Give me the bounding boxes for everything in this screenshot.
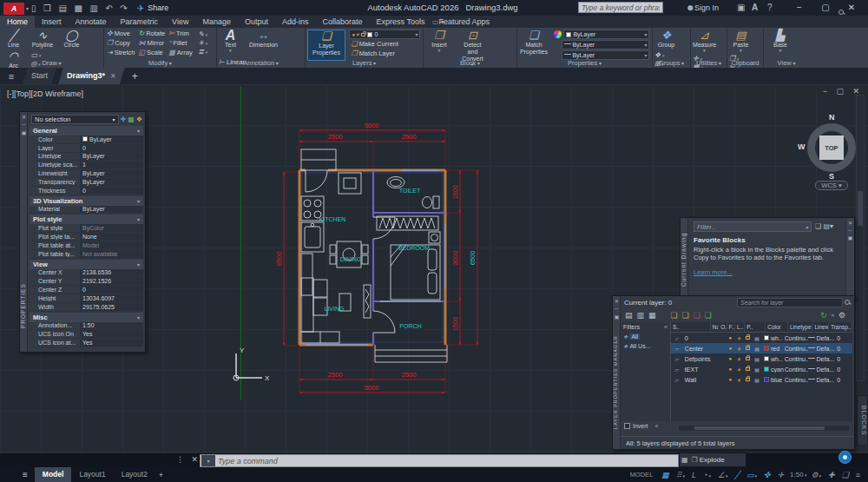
layer-name[interactable]: Center	[683, 346, 727, 352]
new-tab-icon[interactable]: +	[132, 70, 138, 83]
viewcube-top-face[interactable]: TOP	[819, 135, 844, 160]
property-row[interactable]: UCS icon at... Yes	[30, 339, 143, 347]
layer-row[interactable]: tEXT ● ☀ ▤ cyan Continu... Defa.	[671, 364, 852, 374]
filter-tree-node[interactable]: ❖All Us...	[623, 343, 667, 349]
wcs-dropdown[interactable]: WCS ▾	[815, 181, 848, 190]
column-header[interactable]: Linetype	[788, 322, 812, 332]
minimize-button[interactable]: −	[788, 3, 811, 12]
status-toggle-icon[interactable]: L	[689, 469, 699, 480]
layout-menu-icon[interactable]: ≡	[23, 470, 28, 479]
layer-color-cell[interactable]: wh..	[762, 356, 785, 362]
redo-icon[interactable]: ↷	[120, 3, 127, 13]
modify-tool-button[interactable]: ✜Move	[107, 30, 135, 39]
property-row[interactable]: Center X 2138.6536	[30, 269, 143, 278]
section-header[interactable]: Misc	[30, 313, 143, 322]
doc-restore-icon[interactable]: ▢	[836, 87, 844, 96]
set-current-icon[interactable]: ❏	[705, 311, 712, 320]
layer-transparency[interactable]: 0	[835, 335, 852, 341]
group-button[interactable]: ❖ Group	[654, 30, 678, 49]
plot-icon[interactable]: ▥	[89, 3, 97, 13]
ribbon-tab[interactable]: Parametric	[114, 16, 166, 28]
base-button[interactable]: ▙ Base	[766, 30, 795, 52]
annotation-scale-button[interactable]: 1:50	[790, 471, 806, 479]
palette-close-icon[interactable]: ✕	[614, 298, 620, 304]
layer-name[interactable]: 0	[683, 335, 727, 341]
panel-label-clipboard[interactable]: Clipboard	[727, 59, 763, 67]
modify-tool-button[interactable]: ▦Array	[168, 49, 192, 58]
delete-layer-icon[interactable]: ❏	[694, 311, 700, 320]
property-row[interactable]: Width 29175.0625	[30, 303, 143, 312]
property-row[interactable]: Plot style ByColor	[30, 224, 143, 233]
settings-gear-icon[interactable]: ⚙	[838, 311, 845, 320]
printer-icon[interactable]: ▤	[752, 356, 762, 362]
status-toggle-icon[interactable]: ❑	[839, 469, 852, 480]
panel-label-modify[interactable]: Modify	[104, 59, 216, 67]
layer-transparency[interactable]: 0	[835, 346, 852, 352]
panel-label-groups[interactable]: Groups	[653, 59, 690, 67]
layer-lineweight[interactable]: Defa...	[808, 377, 835, 383]
property-row[interactable]: Plot table at... Model	[30, 241, 143, 250]
filters-header[interactable]: Filters	[623, 324, 667, 330]
property-row[interactable]: Linetype sca... 1	[30, 161, 143, 169]
bulb-icon[interactable]: ●	[726, 356, 734, 361]
block-tool-button[interactable]: ❒ Insert	[425, 30, 453, 52]
layer-lineweight[interactable]: Defa...	[808, 366, 835, 373]
save-as-icon[interactable]: ▩	[75, 3, 82, 13]
modify-tool-button[interactable]: ❐Copy	[107, 39, 135, 49]
bulb-icon[interactable]: ●	[726, 335, 734, 340]
layer-row[interactable]: 0 ● ☀ ▤ wh.. Continu... Defa...	[671, 333, 852, 343]
horizontal-scrollbar[interactable]	[679, 426, 849, 431]
property-row[interactable]: Transparency ByLayer	[30, 178, 143, 187]
printer-icon[interactable]: ▤	[752, 377, 762, 383]
pin-icon[interactable]: ▫	[832, 311, 834, 320]
layer-name[interactable]: tEXT	[683, 366, 727, 373]
modify-tool-button[interactable]: ↻Rotate	[138, 30, 165, 39]
match-properties-button[interactable]: ❏ Match Properties	[519, 30, 549, 56]
sun-icon[interactable]: ☀	[734, 366, 743, 373]
share-button[interactable]: Share	[148, 3, 168, 12]
ribbon-tab[interactable]: Collaborate	[316, 16, 370, 28]
layer-transparency[interactable]: 0	[835, 356, 852, 362]
viewport-controls[interactable]: [-][Top][2D Wireframe]	[7, 89, 83, 98]
modify-tool-button[interactable]: ✄Trim	[168, 30, 192, 39]
explode-option-icon[interactable]: ❐	[692, 456, 698, 464]
save-icon[interactable]: ▤	[59, 3, 67, 13]
new-group-filter-icon[interactable]: ▥	[637, 311, 645, 320]
layer-color-cell[interactable]: blue	[762, 377, 785, 383]
layer-properties-button[interactable]: ❏ Layer Properties	[307, 30, 345, 61]
explode-icon[interactable]: ✳	[198, 39, 207, 48]
search-input[interactable]	[578, 2, 663, 13]
new-layout-icon[interactable]: +	[159, 471, 163, 479]
printer-icon[interactable]: ▤	[752, 335, 762, 341]
ribbon-tab[interactable]: Insert	[35, 16, 69, 28]
panel-label-annotation[interactable]: Annotation	[217, 59, 305, 67]
printer-icon[interactable]: ▤	[752, 346, 762, 352]
maximize-button[interactable]: ▢	[814, 3, 837, 12]
undo-icon[interactable]: ↶	[105, 3, 112, 13]
close-tab-icon[interactable]: ✕	[110, 72, 116, 80]
invert-filter-checkbox[interactable]: Invert	[624, 423, 658, 429]
command-options-icon[interactable]: ▾	[201, 455, 215, 466]
close-button[interactable]: ✕	[840, 3, 863, 12]
assistant-icon[interactable]	[838, 451, 852, 464]
color-dropdown[interactable]: ByLayer ▾	[563, 30, 649, 39]
refresh-icon[interactable]: ↻	[820, 311, 827, 320]
paste-button[interactable]: ▤ Paste	[729, 30, 753, 52]
ribbon-options-icon[interactable]: ▭ ▾	[432, 18, 444, 26]
modify-tool-button[interactable]: ⇥Stretch	[107, 49, 135, 58]
property-row[interactable]: Layer 0	[30, 144, 143, 153]
lock-icon[interactable]	[743, 377, 752, 382]
scrollbar-thumb[interactable]	[694, 426, 825, 430]
compass-south[interactable]: S	[829, 172, 834, 181]
layer-color-cell[interactable]: cyan	[762, 366, 785, 373]
palette-settings-icon[interactable]: ▣	[614, 314, 620, 320]
draw-tool-button[interactable]: ╱ Line	[2, 30, 25, 49]
offset-icon[interactable]: ≣	[198, 48, 207, 56]
tab-start[interactable]: Start	[23, 68, 56, 84]
status-toggle-icon[interactable]: ≡	[853, 469, 863, 480]
layer-lineweight[interactable]: Defa...	[808, 356, 835, 362]
autocad-logo[interactable]: A	[3, 3, 24, 15]
status-toggle-icon[interactable]: ▭	[744, 469, 760, 480]
column-header[interactable]: O..	[719, 322, 727, 332]
property-row[interactable]: Thickness 0	[30, 187, 143, 195]
